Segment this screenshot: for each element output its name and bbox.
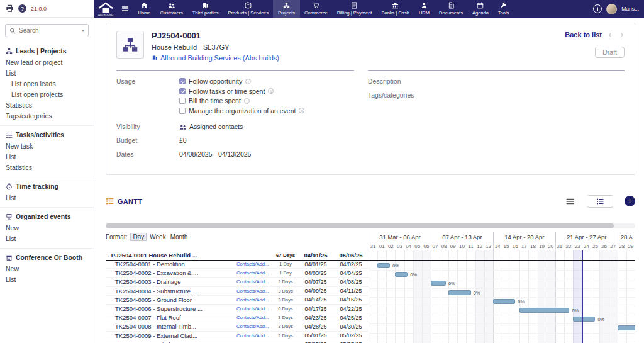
sidebar-item[interactable]: Tags/categories xyxy=(0,110,94,121)
top-navbar: ? 21.0.0 ALL ROUND Home Customers Third … xyxy=(0,0,644,18)
user-name[interactable]: Mans... xyxy=(621,6,639,12)
usage-option[interactable]: Manage the organization of an event i xyxy=(179,107,304,115)
quick-add-button[interactable] xyxy=(593,4,602,13)
search-input[interactable] xyxy=(19,27,79,34)
gantt-task-row[interactable]: TK2504-0007 - Flat Roof Contacts/Add... … xyxy=(106,313,369,322)
gantt-bar[interactable] xyxy=(395,272,408,277)
menu-item-hrm[interactable]: HRM xyxy=(414,0,434,18)
add-task-button[interactable] xyxy=(625,196,635,206)
sidebar-item[interactable]: New lead or project xyxy=(0,57,94,67)
chevron-right-icon[interactable] xyxy=(619,32,625,38)
app-logo[interactable]: ALL ROUND xyxy=(94,0,117,18)
caret-down-icon[interactable]: ▾ xyxy=(82,28,84,33)
gantt-header-divider xyxy=(106,260,635,261)
gantt-task-row[interactable]: TK2504-0005 - Ground Floor Contacts/Add.… xyxy=(106,296,369,305)
menu-item-customers[interactable]: Customers xyxy=(155,0,187,18)
billing-icon xyxy=(351,2,358,9)
menu-item-third-parties[interactable]: Third parties xyxy=(187,0,223,18)
gantt-bar[interactable] xyxy=(573,317,595,322)
checkbox[interactable] xyxy=(179,88,186,94)
gantt-bar[interactable] xyxy=(377,263,390,268)
task-contacts-link[interactable]: Contacts/Add... xyxy=(236,297,273,303)
usage-option[interactable]: Bill the time spent i xyxy=(179,97,304,104)
sidebar-item[interactable]: List xyxy=(0,274,94,284)
usage-option[interactable]: Follow opportunity i xyxy=(179,77,304,85)
gantt-project-row[interactable]: - PJ2504-0001 House Rebuild ... 67 Days … xyxy=(106,250,369,260)
chevron-left-icon[interactable] xyxy=(608,32,613,38)
sidebar-item[interactable]: New xyxy=(0,222,94,233)
format-option-week[interactable]: Week xyxy=(150,233,165,240)
view-lines-icon[interactable] xyxy=(565,197,575,206)
sidebar-section-title[interactable]: Leads | Projects xyxy=(0,45,94,57)
usage-option[interactable]: Follow tasks or time spent i xyxy=(179,87,304,95)
task-contacts-link[interactable]: Contacts/Add... xyxy=(236,315,273,320)
checkbox[interactable] xyxy=(179,108,186,114)
gantt-day-header: 08 xyxy=(440,242,448,250)
gantt-bar[interactable] xyxy=(431,281,446,286)
gantt-task-row[interactable]: TK2504-0004 - Substructure ... Contacts/… xyxy=(106,287,369,296)
sidebar-item[interactable]: New xyxy=(0,263,94,274)
sidebar-item[interactable]: Statistics xyxy=(0,162,94,172)
menu-item-products-services[interactable]: Products | Services xyxy=(223,0,273,18)
sidebar-item[interactable]: List open leads xyxy=(0,78,94,89)
gantt-task-row[interactable]: TK2504-0010 - Windows & E... Contacts/Ad… xyxy=(106,340,369,343)
task-contacts-link[interactable]: Contacts/Add... xyxy=(236,306,273,312)
project-ref: PJ2504-0001 xyxy=(152,31,279,40)
gantt-task-row[interactable]: TK2504-0006 - Superstructure ... Contact… xyxy=(106,305,369,313)
task-contacts-link[interactable]: Contacts/Add... xyxy=(236,333,273,339)
dates-label: Dates xyxy=(116,150,179,158)
back-to-list-link[interactable]: Back to list xyxy=(565,31,602,38)
help-icon[interactable]: ? xyxy=(18,4,26,13)
menu-item-tools[interactable]: Tools xyxy=(493,0,514,18)
gantt-bar-percent: 0% xyxy=(474,290,480,296)
gantt-bar-percent: 0% xyxy=(410,272,417,278)
scrollbar-thumb[interactable] xyxy=(106,223,614,228)
checkbox[interactable] xyxy=(179,78,186,84)
sidebar-search[interactable]: ▾ xyxy=(5,24,89,37)
menu-item-agenda[interactable]: Agenda xyxy=(467,0,493,18)
gantt-bar[interactable] xyxy=(519,308,569,313)
sidebar-item[interactable]: List xyxy=(0,233,94,244)
sidebar-section-title[interactable]: Organized events xyxy=(0,211,94,222)
format-option-month[interactable]: Month xyxy=(170,233,188,240)
sidebar-section-title[interactable]: Time tracking xyxy=(0,181,94,192)
task-contacts-link[interactable]: Contacts/Add... xyxy=(236,279,273,284)
menu-item-banks-cash[interactable]: Banks | Cash xyxy=(377,0,414,18)
task-contacts-link[interactable]: Contacts/Add... xyxy=(236,261,273,267)
sidebar-item[interactable]: New task xyxy=(0,140,94,151)
gantt-bar[interactable] xyxy=(493,299,515,304)
menu-item-projects[interactable]: Projects xyxy=(273,0,299,18)
user-avatar[interactable] xyxy=(606,4,617,14)
sidebar-item[interactable]: Statistics xyxy=(0,99,94,110)
format-option-day[interactable]: Day xyxy=(130,233,147,241)
task-contacts-link[interactable]: Contacts/Add... xyxy=(236,270,273,276)
gantt-task-row[interactable]: TK2504-0003 - Drainage Contacts/Add... 2… xyxy=(106,278,369,286)
menu-toggle-button[interactable] xyxy=(117,0,133,18)
gantt-task-row[interactable]: TK2504-0001 - Demolition Contacts/Add...… xyxy=(106,260,369,269)
menu-item-billing-payment[interactable]: Billing | Payment xyxy=(332,0,377,18)
third-parties-icon xyxy=(202,2,209,9)
print-icon[interactable] xyxy=(6,4,14,13)
sidebar-item[interactable]: List open projects xyxy=(0,89,94,99)
gantt-day-header: 09 xyxy=(448,242,457,250)
sidebar-section-title[interactable]: Conference Or Booth xyxy=(0,252,94,263)
sidebar-item[interactable]: List xyxy=(0,151,94,162)
sidebar-section-title[interactable]: Tasks/activities xyxy=(0,129,94,140)
menu-item-home[interactable]: Home xyxy=(133,0,155,18)
menu-item-commerce[interactable]: Commerce xyxy=(300,0,333,18)
menu-item-documents[interactable]: Documents xyxy=(435,0,468,18)
checkbox[interactable] xyxy=(179,98,186,104)
gantt-task-row[interactable]: TK2504-0009 - External Clad... Contacts/… xyxy=(106,332,369,340)
gantt-task-row[interactable]: TK2504-0008 - Internal Timb... Contacts/… xyxy=(106,322,369,331)
sidebar-item[interactable]: List xyxy=(0,67,94,78)
gantt-bar[interactable] xyxy=(448,290,470,295)
gantt-day-header: 10 xyxy=(457,242,466,250)
task-contacts-link[interactable]: Contacts/Add... xyxy=(236,323,273,329)
sidebar-item[interactable]: List xyxy=(0,192,94,203)
task-contacts-link[interactable]: Contacts/Add... xyxy=(236,288,273,294)
gantt-view-button[interactable] xyxy=(587,195,613,208)
home-icon xyxy=(141,2,148,9)
project-company-link[interactable]: Allround Building Services (Abs builds) xyxy=(152,54,279,62)
gantt-bar[interactable] xyxy=(618,325,635,330)
gantt-task-row[interactable]: TK2504-0002 - Excavation & ... Contacts/… xyxy=(106,269,369,278)
